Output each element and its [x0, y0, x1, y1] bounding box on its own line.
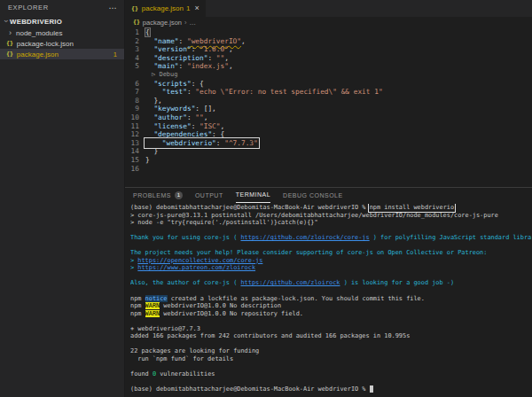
close-icon[interactable]: × — [194, 4, 199, 12]
line-number: 16 — [125, 165, 145, 174]
token: found — [130, 370, 153, 378]
code-editor[interactable]: 1{2 "name": "webdriverIO",3 "version": "… — [125, 28, 532, 187]
terminal-link[interactable]: https://github.com/zloirock — [240, 279, 340, 286]
code-line: 10 "author": "", — [125, 113, 532, 122]
line-number: 4 — [125, 54, 145, 63]
token: "index.js" — [187, 62, 229, 70]
code-text: "version": "1.0.0", — [145, 45, 233, 54]
terminal-line: found 0 vulnerabilities — [130, 370, 532, 378]
token: , — [241, 37, 246, 45]
tab-output[interactable]: OUTPUT — [195, 188, 223, 202]
code-line: 15} — [125, 156, 532, 165]
code-text: "dependencies": { — [145, 130, 224, 139]
terminal-line: (base) debomitabhattacharjee@Debomitas-M… — [130, 385, 532, 393]
code-text: "description": "", — [145, 54, 229, 63]
token: , — [204, 113, 208, 121]
token: created a lockfile as package-lock.json.… — [168, 295, 425, 302]
terminal-line: run `npm fund` for details — [130, 355, 532, 363]
code-text: }, — [145, 97, 162, 105]
line-number: 8 — [125, 97, 145, 105]
code-line: 12 "dependencies": { — [125, 130, 532, 139]
line-number: 5 — [125, 62, 145, 71]
token: : — [216, 139, 224, 147]
breadcrumb-symbol[interactable]: … — [190, 19, 197, 27]
code-line: 1{ — [125, 28, 532, 37]
terminal-line: npm WARN webdriverIO@1.0.0 No repository… — [130, 310, 532, 318]
token — [145, 130, 153, 138]
token: WARN — [145, 310, 160, 317]
chevron-down-icon: › — [2, 18, 11, 26]
code-text: "scripts": { — [145, 80, 204, 89]
token — [145, 45, 153, 53]
token: : — [187, 88, 195, 96]
json-file-icon: {} — [133, 19, 140, 26]
terminal-link[interactable]: https://www.patreon.com/zloirock — [137, 264, 255, 271]
terminal-line — [130, 362, 532, 370]
token: : — [207, 54, 215, 62]
terminal-line: > https://www.patreon.com/zloirock — [130, 264, 532, 272]
terminal-line: 22 packages are looking for funding — [130, 347, 532, 355]
code-line: 3 "version": "1.0.0", — [125, 45, 532, 54]
code-text: "license": "ISC", — [145, 122, 224, 131]
line-number: 12 — [125, 130, 145, 139]
code-text: } — [145, 147, 158, 156]
chevron-right-icon: › — [6, 28, 14, 37]
sidebar-item-package-json[interactable]: {} package.json 1 — [0, 49, 124, 59]
token: The project needs your help! Please cons… — [130, 249, 491, 256]
code-text: "author": "", — [145, 113, 207, 122]
token: 22 packages are looking for funding — [130, 347, 259, 354]
code-line: 8 }, — [125, 97, 532, 105]
token: "scripts" — [153, 80, 191, 88]
token: WARN — [145, 302, 160, 309]
token: "" — [195, 113, 203, 121]
token — [145, 54, 153, 62]
token: : — [192, 45, 200, 53]
token: "" — [216, 54, 224, 62]
codelens-debug[interactable]: ▷ Debug — [125, 71, 532, 80]
terminal-line — [130, 317, 532, 325]
sidebar-section-webdriverio[interactable]: › WEBDRIVERIO — [0, 15, 124, 27]
token: : [], — [195, 105, 215, 113]
token: "license" — [153, 122, 191, 130]
line-number: 2 — [125, 37, 145, 46]
more-actions-icon[interactable]: ⋯ — [108, 4, 117, 12]
token: "^7.7.3" — [224, 139, 258, 147]
explorer-header: EXPLORER ⋯ — [0, 0, 124, 15]
sidebar-item-package-lock-json[interactable]: {} package-lock.json — [0, 38, 124, 49]
terminal-line: (base) debomitabhattacharjee@Debomitas-M… — [130, 204, 532, 212]
breadcrumb-file[interactable]: package.json — [143, 19, 182, 27]
terminal-cursor — [370, 385, 373, 393]
code-text: "main": "index.js", — [145, 62, 233, 71]
token: "author" — [153, 113, 187, 121]
tab-label: DEBUG CONSOLE — [283, 192, 343, 198]
terminal-line — [130, 287, 532, 295]
tab-terminal[interactable]: TERMINAL — [236, 188, 270, 203]
token: + webdriverio@7.7.3 — [130, 325, 200, 332]
annotation-box: npm install webdriverio — [370, 204, 454, 211]
token: , — [221, 122, 225, 130]
token: "1.0.0" — [200, 45, 229, 53]
token: , — [229, 62, 233, 70]
json-file-icon: {} — [131, 5, 138, 12]
token: } — [145, 156, 150, 164]
terminal-output[interactable]: (base) debomitabhattacharjee@Debomitas-M… — [130, 204, 532, 397]
token: "ISC" — [200, 122, 220, 130]
terminal-link[interactable]: https://github.com/zloirock/core-js — [240, 234, 369, 241]
code-line: 7 "test": "echo \"Error: no test specifi… — [125, 88, 532, 97]
tab-problems[interactable]: PROBLEMS 1 — [133, 188, 183, 202]
token — [145, 113, 153, 121]
code-text: } — [145, 156, 150, 165]
token: : — [192, 122, 200, 130]
tab-package-json[interactable]: {} package.json 1 × — [125, 0, 207, 17]
terminal-line: The project needs your help! Please cons… — [130, 249, 532, 257]
code-line: 13 "webdriverio": "^7.7.3" — [125, 139, 532, 148]
sidebar-item-node-modules[interactable]: › node_modules — [0, 27, 124, 38]
token: (base) debomitabhattacharjee@Debomitas-M… — [130, 204, 370, 211]
code-text: { — [145, 28, 150, 37]
terminal-link[interactable]: https://opencollective.com/core-js — [137, 257, 262, 264]
breadcrumb[interactable]: {} package.json › … — [125, 17, 532, 27]
line-number: 9 — [125, 105, 145, 113]
token — [145, 62, 153, 70]
code-line: 16 — [125, 165, 532, 174]
tab-debug-console[interactable]: DEBUG CONSOLE — [283, 188, 343, 202]
